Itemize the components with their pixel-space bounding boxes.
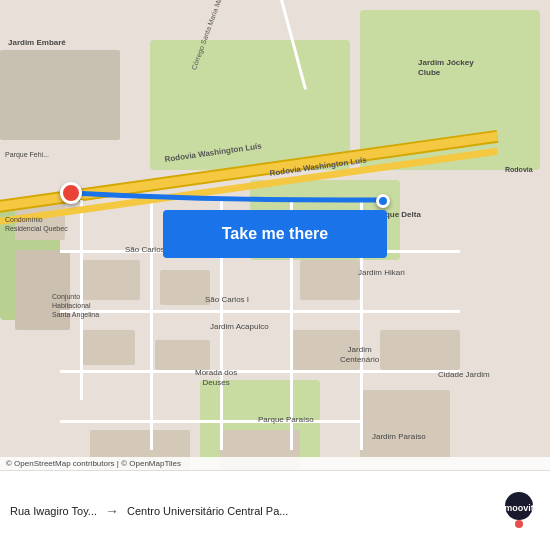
svg-text:Córrego Santa Maria Magdalena: Córrego Santa Maria Magdalena xyxy=(190,0,232,71)
label-jardim-centenario: JardimCentenário xyxy=(340,345,379,366)
route-to-label: Centro Universitário Central Pa... xyxy=(127,505,288,517)
take-me-there-button[interactable]: Take me there xyxy=(163,210,387,258)
attribution-bar: © OpenStreetMap contributors | © OpenMap… xyxy=(0,457,550,470)
route-from-label: Rua Iwagiro Toy... xyxy=(10,505,97,517)
moovit-icon: moovit xyxy=(498,490,540,532)
origin-marker xyxy=(60,182,82,204)
svg-point-5 xyxy=(515,520,523,528)
label-parque-paraiso: Parque Paraíso xyxy=(258,415,314,425)
label-conj-habit: ConjuntoHabitacionalSanta Angelina xyxy=(52,292,99,319)
route-arrow-icon: → xyxy=(105,503,119,519)
map-container: Rodovia Washington Luís Rodovia Washingt… xyxy=(0,0,550,470)
label-cidade-jardim: Cidade Jardim xyxy=(438,370,490,380)
bottom-bar: Rua Iwagiro Toy... → Centro Universitári… xyxy=(0,470,550,550)
moovit-logo: moovit xyxy=(498,490,540,532)
label-cond-residencial: CondomínioResidencial Quebec xyxy=(5,215,68,233)
label-jardim-embare: Jardim Embaré xyxy=(8,38,66,48)
label-morada-deuses: Morada dosDeuses xyxy=(195,368,237,389)
label-parque-fehi: Parque Fehi... xyxy=(5,150,49,159)
label-jardim-jockey: Jardim JóckeyClube xyxy=(418,58,474,79)
destination-marker xyxy=(376,194,390,208)
label-sao-carlos-i: São Carlos I xyxy=(205,295,249,305)
label-rodovia-right: Rodovia xyxy=(505,165,533,174)
label-jardim-hikari: Jardim Hikari xyxy=(358,268,405,278)
svg-text:Rodovia Washington Luís: Rodovia Washington Luís xyxy=(269,155,368,178)
svg-text:Rodovia Washington Luís: Rodovia Washington Luís xyxy=(164,141,263,164)
svg-text:moovit: moovit xyxy=(504,503,534,513)
label-jardim-acapulco: Jardim Acapulco xyxy=(210,322,269,332)
route-info: Rua Iwagiro Toy... → Centro Universitári… xyxy=(10,503,490,519)
label-jardim-paraiso: Jardim Paraíso xyxy=(372,432,426,442)
